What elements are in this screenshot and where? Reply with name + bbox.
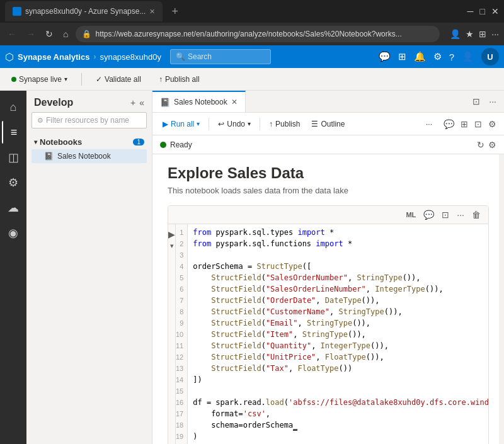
line-num-15: 15 bbox=[176, 385, 187, 397]
tab-close-button[interactable]: ✕ bbox=[231, 98, 238, 106]
toolbar-separator-1 bbox=[209, 118, 209, 130]
fullscreen-button[interactable]: ⊡ bbox=[472, 117, 484, 132]
collections-icon[interactable]: ⊞ bbox=[479, 29, 486, 39]
cell-code-editor[interactable]: from pyspark.sql.types import * from pys… bbox=[188, 224, 489, 444]
ml-icon[interactable]: ML bbox=[403, 210, 418, 220]
tab-close-icon[interactable]: ✕ bbox=[149, 8, 155, 16]
code-line-11: StructField("Quantity", IntegerType()), bbox=[193, 340, 489, 351]
share-button[interactable]: ⊞ bbox=[458, 117, 471, 132]
publish-button[interactable]: ↑ Publish bbox=[264, 118, 305, 130]
code-line-2: from pyspark.sql.functions import * bbox=[193, 238, 489, 249]
synapse-live-button[interactable]: Synapse live ▾ bbox=[8, 72, 71, 86]
notifications-icon[interactable]: 🔔 bbox=[414, 51, 426, 62]
profile-icon[interactable]: 👤 bbox=[450, 29, 461, 39]
cell-more-button[interactable]: ··· bbox=[454, 208, 467, 221]
comment-button[interactable]: 💬 bbox=[441, 117, 457, 132]
main-layout: ⌂ ≡ ◫ ⚙ ☁ ◉ Develop + « ⚙ Filter resourc… bbox=[0, 91, 504, 444]
activity-data[interactable]: ◫ bbox=[2, 146, 25, 169]
activity-integrate[interactable]: ⚙ bbox=[2, 171, 25, 194]
address-bar: ← → ↻ ⌂ 🔒 https://web.azuresynapse.net/e… bbox=[0, 23, 504, 45]
play-icon: ▶ bbox=[163, 120, 168, 128]
settings-notebook-button[interactable]: ⚙ bbox=[486, 117, 499, 132]
feedback-icon[interactable]: 👤 bbox=[462, 51, 474, 62]
code-line-15 bbox=[193, 385, 489, 397]
expand-icon: ▾ bbox=[34, 139, 37, 145]
tab-title: synapse8xuhd0y - Azure Synapse... bbox=[25, 7, 146, 16]
validate-all-button[interactable]: ✓ Validate all bbox=[92, 72, 145, 86]
undo-button[interactable]: ↩ Undo ▾ bbox=[213, 118, 256, 130]
line-num-8: 8 bbox=[176, 306, 187, 317]
publish-all-button[interactable]: ↑ Publish all bbox=[155, 72, 203, 86]
more-actions-button[interactable]: ··· bbox=[486, 94, 499, 109]
help-icon[interactable]: ? bbox=[449, 52, 454, 62]
run-cell-dropdown[interactable]: ▾ bbox=[170, 242, 174, 250]
avatar[interactable]: U bbox=[481, 48, 499, 65]
apps-icon[interactable]: ⊞ bbox=[398, 51, 406, 62]
search-box[interactable]: 🔍 Search bbox=[170, 49, 271, 64]
url-bar[interactable]: 🔒 https://web.azuresynapse.net/en/author… bbox=[76, 26, 440, 42]
search-icon: 🔍 bbox=[176, 52, 185, 61]
line-num-10: 10 bbox=[176, 329, 187, 340]
sidebar-item-sales-notebook[interactable]: 📓 Sales Notebook bbox=[32, 149, 147, 163]
favorites-icon[interactable]: ★ bbox=[466, 29, 474, 39]
cell-copy-button[interactable]: ⊡ bbox=[439, 208, 452, 221]
vertical-scrollbar[interactable] bbox=[499, 154, 504, 444]
undo-icon: ↩ bbox=[218, 120, 224, 128]
activity-home[interactable]: ⌂ bbox=[2, 96, 25, 118]
synapse-logo: Synapse Analytics bbox=[18, 52, 89, 62]
minimize-button[interactable]: ─ bbox=[467, 6, 474, 16]
add-resource-button[interactable]: + bbox=[130, 98, 135, 108]
browser-tab[interactable]: synapse8xuhd0y - Azure Synapse... ✕ bbox=[5, 1, 163, 21]
run-all-dropdown-icon[interactable]: ▾ bbox=[197, 120, 200, 127]
new-tab-button[interactable]: + bbox=[168, 5, 182, 18]
close-button[interactable]: ✕ bbox=[491, 6, 499, 16]
settings-status-button[interactable]: ⚙ bbox=[488, 140, 496, 150]
refresh-status-button[interactable]: ↻ bbox=[477, 140, 484, 150]
refresh-button[interactable]: ↻ bbox=[43, 29, 55, 39]
live-status-dot bbox=[11, 77, 16, 82]
code-line-10: StructField("Item", StringType()), bbox=[193, 329, 489, 340]
split-editor-button[interactable]: ⊡ bbox=[470, 94, 483, 109]
activity-monitor[interactable]: ☁ bbox=[2, 196, 25, 219]
notebooks-section-header[interactable]: ▾ Notebooks 1 bbox=[32, 135, 147, 149]
sales-notebook-tab[interactable]: 📓 Sales Notebook ✕ bbox=[152, 91, 246, 113]
sidebar-filter[interactable]: ⚙ Filter resources by name bbox=[32, 112, 147, 128]
publish-icon: ↑ bbox=[159, 75, 163, 84]
notebooks-badge: 1 bbox=[133, 139, 144, 145]
undo-dropdown-icon[interactable]: ▾ bbox=[248, 120, 251, 127]
activity-manage[interactable]: ◉ bbox=[2, 222, 25, 244]
line-num-4: 4 bbox=[176, 261, 187, 272]
run-cell-button[interactable]: ▶ bbox=[168, 229, 175, 239]
separator bbox=[81, 73, 82, 86]
home-button[interactable]: ⌂ bbox=[60, 29, 71, 39]
code-cell-1: ML 💬 ⊡ ··· 🗑 ▶ ▾ 1 bbox=[168, 205, 489, 444]
line-num-1: 1 bbox=[176, 227, 187, 238]
more-icon[interactable]: ··· bbox=[491, 29, 499, 39]
sidebar: Develop + « ⚙ Filter resources by name ▾… bbox=[26, 91, 152, 444]
more-options-button[interactable]: ··· bbox=[421, 118, 437, 130]
code-line-7: StructField("OrderDate", DateType()), bbox=[193, 295, 489, 306]
outline-button[interactable]: ☰ Outline bbox=[306, 118, 350, 130]
line-num-16: 16 bbox=[176, 397, 187, 408]
cell-delete-button[interactable]: 🗑 bbox=[469, 208, 483, 221]
line-num-19: 19 bbox=[176, 431, 187, 442]
url-text: https://web.azuresynapse.net/en/authorin… bbox=[95, 30, 401, 38]
chat-icon[interactable]: 💬 bbox=[379, 51, 391, 62]
publish-up-icon: ↑ bbox=[269, 120, 273, 128]
breadcrumb-item[interactable]: synapse8xuhd0y bbox=[100, 52, 161, 62]
run-all-label: Run all bbox=[171, 120, 194, 128]
line-num-2: 2 bbox=[176, 238, 187, 249]
code-line-6: StructField("SalesOrderLineNumber", Inte… bbox=[193, 283, 489, 295]
back-button[interactable]: ← bbox=[5, 29, 19, 39]
status-bar: Ready ↻ ⚙ bbox=[152, 135, 504, 154]
tab-notebook-icon: 📓 bbox=[160, 98, 170, 107]
run-all-button[interactable]: ▶ Run all ▾ bbox=[158, 118, 205, 130]
sidebar-header: Develop + « bbox=[26, 91, 152, 112]
cell-comment-button[interactable]: 💬 bbox=[421, 208, 437, 221]
activity-develop[interactable]: ≡ bbox=[2, 121, 25, 144]
topbar-icons: 💬 ⊞ 🔔 ⚙ ? 👤 U bbox=[379, 48, 499, 65]
collapse-sidebar-button[interactable]: « bbox=[139, 98, 144, 108]
forward-button[interactable]: → bbox=[24, 29, 38, 39]
settings-icon[interactable]: ⚙ bbox=[433, 51, 442, 62]
maximize-button[interactable]: □ bbox=[480, 6, 485, 16]
